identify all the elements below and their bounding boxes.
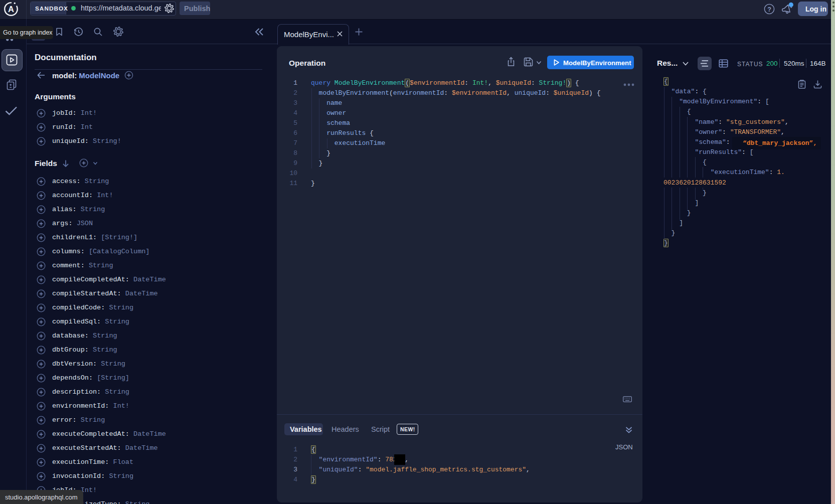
svg-text:A: A <box>8 5 14 14</box>
svg-text:?: ? <box>767 6 771 13</box>
